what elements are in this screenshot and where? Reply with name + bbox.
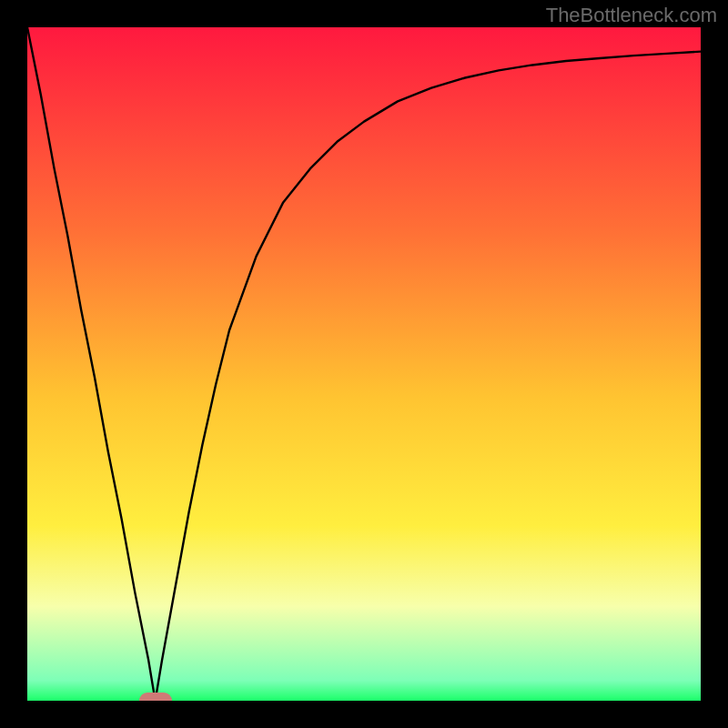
bottleneck-curve <box>27 27 701 701</box>
plot-area <box>27 27 701 701</box>
curve-overlay <box>27 27 701 701</box>
chart-container: TheBottleneck.com <box>0 0 728 728</box>
watermark-text: TheBottleneck.com <box>546 4 717 27</box>
optimal-marker <box>139 693 172 701</box>
